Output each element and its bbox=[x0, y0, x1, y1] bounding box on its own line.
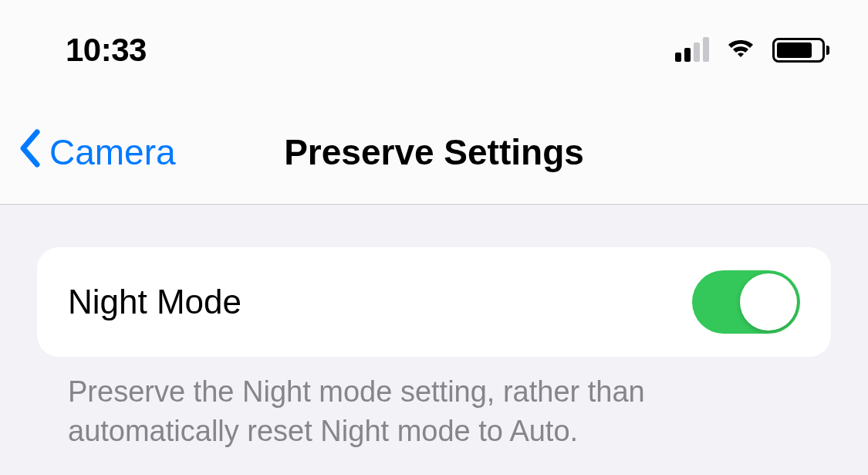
navigation-bar: Camera Preserve Settings bbox=[0, 100, 868, 205]
wifi-icon bbox=[723, 36, 758, 65]
toggle-knob bbox=[740, 273, 797, 331]
cellular-signal-icon bbox=[675, 39, 709, 62]
chevron-left-icon bbox=[17, 129, 45, 176]
back-button[interactable]: Camera bbox=[17, 129, 176, 176]
status-icons bbox=[675, 36, 829, 65]
status-time: 10:33 bbox=[66, 32, 147, 69]
night-mode-row: Night Mode bbox=[37, 247, 831, 357]
night-mode-toggle[interactable] bbox=[692, 270, 800, 334]
status-bar: 10:33 bbox=[0, 0, 868, 100]
back-label: Camera bbox=[49, 131, 176, 173]
content-area: Night Mode Preserve the Night mode setti… bbox=[0, 205, 868, 452]
night-mode-label: Night Mode bbox=[68, 283, 241, 321]
page-title: Preserve Settings bbox=[284, 131, 584, 173]
night-mode-description: Preserve the Night mode setting, rather … bbox=[37, 357, 831, 452]
battery-icon bbox=[772, 38, 829, 63]
